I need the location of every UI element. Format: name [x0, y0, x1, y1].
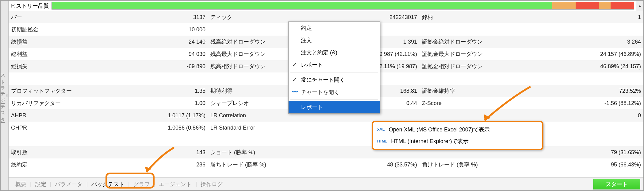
report-submenu[interactable]: XMLOpen XML (MS Office Excel 2007)で表示HTM… [372, 121, 543, 150]
submenu-item-label: HTML (Internet Explorer)で表示 [391, 138, 468, 145]
label-cell: 残高相対ドローダウン [208, 60, 297, 72]
tab-3[interactable]: バックテスト [88, 179, 128, 189]
label-cell: ティック [208, 11, 297, 23]
value-cell: 723.52% [521, 85, 643, 97]
value-cell: 24 157 (46.89%) [521, 48, 643, 60]
label-cell: GHPR [9, 122, 101, 134]
html-icon: HTML [377, 139, 387, 143]
label-cell: 証拠金絶対ドローダウン [420, 36, 521, 48]
value-cell: 286 [101, 158, 208, 171]
value-cell: 143 [101, 146, 208, 158]
label-cell: 総損益 [9, 36, 101, 48]
value-cell: 0 [521, 109, 643, 122]
label-cell [208, 134, 297, 146]
label-cell: シャープレシオ [208, 97, 297, 109]
label-cell [9, 72, 101, 85]
label-cell: LR Correlation [208, 109, 297, 122]
menu-separator [290, 99, 378, 100]
label-cell [208, 72, 297, 85]
menu-item[interactable]: 常にチャート開く [289, 74, 380, 86]
scroll-up-icon[interactable]: ▲ [636, 1, 643, 11]
value-cell: 1.00 [101, 97, 208, 109]
value-cell: 46.89% (24 157) [521, 60, 643, 72]
menu-item[interactable]: 注文 [289, 34, 380, 46]
context-menu[interactable]: 約定注文注文と約定 (&)レポート常にチャート開くチャートを開くレポート [288, 21, 380, 114]
label-cell: AHPR [9, 109, 101, 122]
side-panel-label: ストラテジーテスター [0, 70, 6, 121]
start-button[interactable]: スタート [593, 179, 640, 189]
label-cell: プロフィットファクター [9, 85, 101, 97]
label-cell: 負けトレード (負率 %) [420, 158, 521, 171]
label-cell: 総利益 [9, 48, 101, 60]
tab-1[interactable]: 設定 [32, 179, 50, 189]
submenu-item[interactable]: XMLOpen XML (MS Office Excel 2007)で表示 [373, 124, 542, 135]
value-cell: -69 890 [101, 60, 208, 72]
close-icon[interactable]: × [6, 93, 8, 98]
label-cell [9, 134, 101, 146]
label-cell [521, 23, 643, 36]
value-cell: 3 264 [521, 36, 643, 48]
tabs-bar: 概要|設定|パラメータ|バックテスト|グラフ|エージェント|操作ログスタート [9, 177, 643, 190]
tab-4[interactable]: グラフ [130, 179, 154, 189]
label-cell [521, 72, 643, 85]
history-quality-row: ヒストリー品質 ▲ [9, 1, 643, 11]
menu-item[interactable]: レポート [289, 59, 380, 71]
value-cell: 3137 [101, 11, 208, 23]
label-cell: バー [9, 11, 101, 23]
label-cell: Z-Score [420, 97, 521, 109]
label-cell: 期待利得 [208, 85, 297, 97]
side-panel-tab[interactable]: × ストラテジーテスター [1, 1, 9, 190]
label-cell: 証拠金最大ドローダウン [420, 48, 521, 60]
label-cell: 証拠金維持率 [420, 85, 521, 97]
history-quality-bar [52, 2, 634, 10]
label-cell: 銘柄 [420, 11, 521, 23]
menu-item[interactable]: チャートを開く [289, 86, 380, 98]
value-cell: 94 030 [101, 48, 208, 60]
tab-0[interactable]: 概要 [12, 179, 30, 189]
label-cell [101, 72, 208, 85]
label-cell: LR Standard Error [208, 122, 297, 134]
submenu-item[interactable]: HTMLHTML (Internet Explorer)で表示 [373, 135, 542, 147]
label-cell: 勝ちトレード (勝率 %) [208, 158, 297, 171]
tab-2[interactable]: パラメータ [51, 179, 86, 189]
label-cell: 証拠金相対ドローダウン [420, 60, 521, 72]
value-cell: 1 [521, 11, 643, 23]
menu-item[interactable]: レポート [289, 101, 380, 113]
xml-icon: XML [377, 127, 385, 132]
value-cell: 1.0117 (1.17%) [101, 109, 208, 122]
label-cell [208, 23, 297, 36]
value-cell: -1.56 (88.12%) [521, 97, 643, 109]
tab-6[interactable]: 操作ログ [197, 179, 226, 189]
label-cell: 取引数 [9, 146, 101, 158]
value-cell: 48 (33.57%) [297, 158, 420, 171]
menu-separator [290, 72, 378, 72]
label-cell [420, 72, 521, 85]
value-cell: 10 000 [101, 23, 208, 36]
label-cell: 残高絶対ドローダウン [208, 36, 297, 48]
value-cell: 24 140 [101, 36, 208, 48]
menu-item[interactable]: 注文と約定 (&) [289, 46, 380, 59]
label-cell: 残高最大ドローダウン [208, 48, 297, 60]
value-cell: 1.35 [101, 85, 208, 97]
menu-item[interactable]: 約定 [289, 22, 380, 34]
label-cell [101, 134, 208, 146]
label-cell [420, 109, 521, 122]
tab-5[interactable]: エージェント [155, 179, 195, 189]
label-cell [420, 23, 521, 36]
value-cell: 95 (66.43%) [521, 158, 643, 171]
label-cell: 初期証拠金 [9, 23, 101, 36]
label-cell: リカバリファクター [9, 97, 101, 109]
label-cell: 総約定 [9, 158, 101, 171]
label-cell: 総損失 [9, 60, 101, 72]
submenu-item-label: Open XML (MS Office Excel 2007)で表示 [389, 126, 490, 133]
value-cell: 1.0086 (0.86%) [101, 122, 208, 134]
history-quality-label: ヒストリー品質 [9, 1, 52, 11]
label-cell: ショート (勝率 %) [208, 146, 297, 158]
